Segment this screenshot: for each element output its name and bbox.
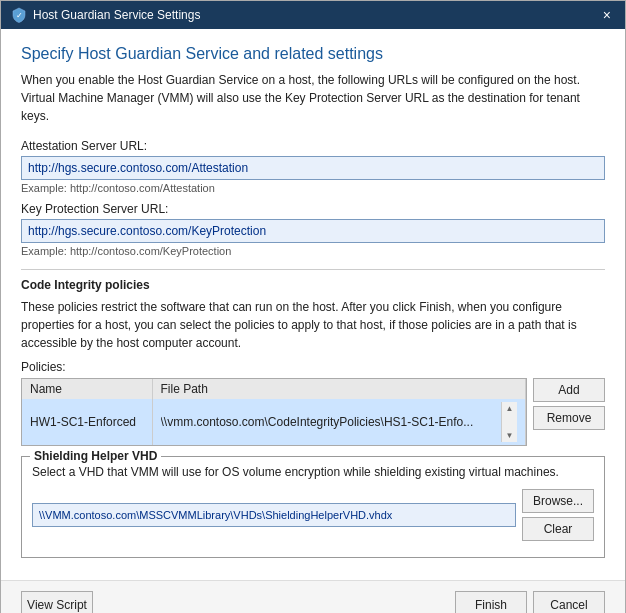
view-script-button[interactable]: View Script: [21, 591, 93, 613]
add-button[interactable]: Add: [533, 378, 605, 402]
scroll-up-icon: ▲: [506, 404, 514, 413]
remove-button[interactable]: Remove: [533, 406, 605, 430]
dialog-title: Host Guardian Service Settings: [33, 8, 599, 22]
attestation-example: Example: http://contoso.com/Attestation: [21, 182, 605, 194]
footer-left: View Script: [21, 591, 455, 613]
svg-text:✓: ✓: [16, 11, 23, 20]
dialog-window: ✓ Host Guardian Service Settings × Speci…: [0, 0, 626, 613]
cancel-button[interactable]: Cancel: [533, 591, 605, 613]
shielding-buttons: Browse... Clear: [522, 489, 594, 541]
code-integrity-description: These policies restrict the software tha…: [21, 298, 605, 352]
policies-label: Policies:: [21, 360, 605, 374]
shielding-vhd-input[interactable]: [32, 503, 516, 527]
policies-table: Name File Path HW1-SC1-Enforced \\vmm.co…: [22, 379, 526, 445]
policies-table-wrapper: Name File Path HW1-SC1-Enforced \\vmm.co…: [21, 378, 527, 446]
scroll-down-icon: ▼: [506, 431, 514, 440]
divider-1: [21, 269, 605, 270]
shield-icon: ✓: [11, 7, 27, 23]
shielding-section-title: Shielding Helper VHD: [30, 449, 161, 463]
attestation-url-input[interactable]: [21, 156, 605, 180]
page-title: Specify Host Guardian Service and relate…: [21, 45, 605, 63]
page-description: When you enable the Host Guardian Servic…: [21, 71, 605, 125]
table-row[interactable]: HW1-SC1-Enforced \\vmm.contoso.com\CodeI…: [22, 399, 526, 445]
title-bar: ✓ Host Guardian Service Settings ×: [1, 1, 625, 29]
shielding-section: Shielding Helper VHD Select a VHD that V…: [21, 456, 605, 558]
table-header-row: Name File Path: [22, 379, 526, 399]
shielding-description-text: Select a VHD that VMM will use for OS vo…: [32, 463, 594, 481]
policies-area: Name File Path HW1-SC1-Enforced \\vmm.co…: [21, 378, 605, 446]
policies-buttons: Add Remove: [533, 378, 605, 430]
dialog-body: Specify Host Guardian Service and relate…: [1, 29, 625, 570]
key-protection-url-label: Key Protection Server URL:: [21, 202, 605, 216]
key-protection-url-input[interactable]: [21, 219, 605, 243]
table-cell-filepath: \\vmm.contoso.com\CodeIntegrityPolicies\…: [152, 399, 526, 445]
browse-button[interactable]: Browse...: [522, 489, 594, 513]
shielding-input-row: Browse... Clear: [32, 489, 594, 541]
close-button[interactable]: ×: [599, 8, 615, 22]
scrollbar[interactable]: ▲ ▼: [501, 402, 517, 442]
col-header-name: Name: [22, 379, 152, 399]
footer-right: Finish Cancel: [455, 591, 605, 613]
dialog-footer: View Script Finish Cancel: [1, 580, 625, 613]
code-integrity-title: Code Integrity policies: [21, 278, 605, 292]
col-header-filepath: File Path: [152, 379, 526, 399]
attestation-url-label: Attestation Server URL:: [21, 139, 605, 153]
key-protection-example: Example: http://contoso.com/KeyProtectio…: [21, 245, 605, 257]
table-cell-name: HW1-SC1-Enforced: [22, 399, 152, 445]
finish-button[interactable]: Finish: [455, 591, 527, 613]
clear-button[interactable]: Clear: [522, 517, 594, 541]
